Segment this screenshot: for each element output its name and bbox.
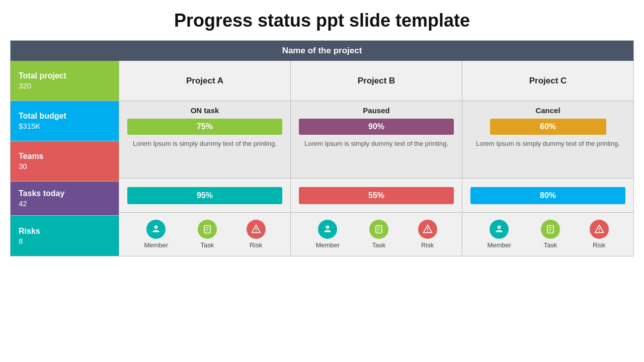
total-project-cell: Total project 320 <box>11 61 119 101</box>
tasks-today-label: Tasks today <box>19 189 111 198</box>
total-project-label: Total project <box>19 71 111 80</box>
project-b-header: Project B <box>290 61 462 101</box>
teams-label: Teams <box>19 152 111 161</box>
project-b-risk-label: Risk <box>421 241 434 249</box>
project-c-member-group: Member <box>487 220 511 249</box>
page: Progress status ppt slide template Name … <box>0 0 644 362</box>
project-b-progress: 90% <box>299 119 454 135</box>
risks-label: Risks <box>19 227 111 236</box>
project-c-risk-icon <box>590 220 609 239</box>
teams-value: 30 <box>19 162 111 170</box>
project-b-task-group: Task <box>369 220 388 249</box>
project-c-member-label: Member <box>487 241 511 249</box>
project-b-task-icon <box>369 220 388 239</box>
svg-point-6 <box>256 231 257 232</box>
main-grid: Total project 320 Total budget $315K Tea… <box>11 61 633 256</box>
project-b-tasks-cell: 55% <box>290 178 462 213</box>
svg-point-7 <box>326 226 330 229</box>
total-budget-label: Total budget <box>19 112 111 121</box>
page-title: Progress status ppt slide template <box>174 10 470 31</box>
project-b-desc: Lorem Ipsum is simply dummy text of the … <box>304 139 448 149</box>
tasks-today-value: 42 <box>19 199 111 208</box>
project-a-member-icon <box>146 220 166 239</box>
project-c-task-label: Task <box>543 241 557 249</box>
project-b-risk-group: Risk <box>418 220 437 249</box>
project-b-member-group: Member <box>315 220 340 249</box>
project-a-risk-group: Risk <box>247 220 266 249</box>
project-b-risk-icon <box>418 220 437 239</box>
total-project-value: 320 <box>19 81 111 90</box>
svg-point-13 <box>427 231 428 232</box>
svg-point-20 <box>599 231 600 232</box>
project-c-progress: 60% <box>490 119 606 135</box>
project-a-member-label: Member <box>144 241 168 249</box>
project-a-header: Project A <box>119 61 290 101</box>
project-c-status: Cancel <box>535 106 560 115</box>
risks-cell: Risks 8 <box>11 216 119 256</box>
project-b-task-label: Task <box>372 241 385 249</box>
project-a-status-cell: ON task 75% Lorem Ipsum is simply dummy … <box>119 101 290 178</box>
project-a-risk-label: Risk <box>250 241 262 249</box>
project-a-status: ON task <box>191 106 219 115</box>
project-c-tasks-cell: 80% <box>462 178 633 213</box>
project-c-tasks-pct: 80% <box>470 187 625 204</box>
svg-point-14 <box>498 226 501 229</box>
project-a-desc: Lorem Ipsum is simply dummy text of the … <box>133 139 277 149</box>
project-a-risk-icon <box>247 220 266 239</box>
project-a-tasks-pct: 95% <box>127 187 282 204</box>
project-a-progress: 75% <box>127 119 282 135</box>
project-c-risk-group: Risk <box>590 220 609 249</box>
project-a-icons-cell: Member Task Risk <box>119 213 290 256</box>
left-column: Total project 320 Total budget $315K Tea… <box>11 61 119 256</box>
project-b-member-icon <box>318 220 337 239</box>
project-a-member-group: Member <box>144 220 168 249</box>
project-b-member-label: Member <box>315 241 340 249</box>
project-name-header: Name of the project <box>11 41 633 61</box>
project-a-tasks-cell: 95% <box>119 178 290 213</box>
project-c-header: Project C <box>462 61 633 101</box>
project-c-risk-label: Risk <box>593 241 605 249</box>
project-b-column: Project B Paused 90% Lorem Ipsum is simp… <box>290 61 462 256</box>
project-c-column: Project C Cancel 60% Lorem Ipsum is simp… <box>462 61 633 256</box>
project-b-tasks-pct: 55% <box>299 187 454 204</box>
project-c-status-cell: Cancel 60% Lorem Ipsum is simply dummy t… <box>462 101 633 178</box>
teams-cell: Teams 30 <box>11 141 119 182</box>
svg-point-0 <box>154 226 158 229</box>
project-a-task-group: Task <box>198 220 217 249</box>
project-a-task-icon <box>198 220 217 239</box>
project-c-desc: Lorem Ipsum is simply dummy text of the … <box>476 139 620 149</box>
project-c-task-group: Task <box>541 220 560 249</box>
risks-value: 8 <box>19 237 111 245</box>
tasks-today-cell: Tasks today 42 <box>11 182 119 216</box>
main-table: Name of the project Total project 320 To… <box>10 40 634 256</box>
project-b-icons-cell: Member Task Risk <box>290 213 462 256</box>
project-c-member-icon <box>490 220 509 239</box>
total-budget-value: $315K <box>19 122 111 130</box>
project-b-status: Paused <box>363 106 389 115</box>
project-c-icons-cell: Member Task Risk <box>462 213 633 256</box>
project-b-status-cell: Paused 90% Lorem Ipsum is simply dummy t… <box>290 101 462 178</box>
total-budget-cell: Total budget $315K <box>11 101 119 141</box>
project-c-task-icon <box>541 220 560 239</box>
project-a-task-label: Task <box>200 241 214 249</box>
project-a-column: Project A ON task 75% Lorem Ipsum is sim… <box>119 61 290 256</box>
